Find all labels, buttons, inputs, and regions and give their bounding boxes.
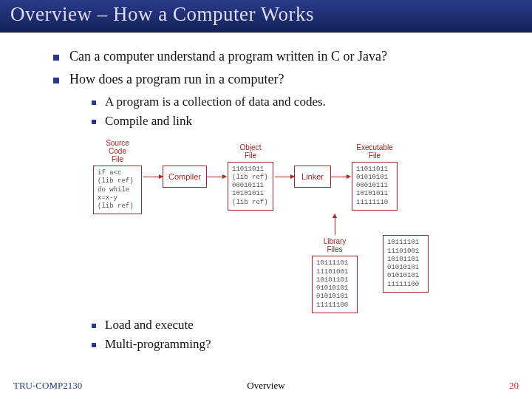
content-area: Can a computer understand a program writ… — [0, 33, 532, 352]
footer-center: Overview — [247, 380, 284, 392]
library-label: Library Files — [324, 237, 347, 253]
exec-box: 11011011 01010101 00010111 10101011 1111… — [352, 162, 398, 211]
page-title: Overview – How a Computer Works — [10, 3, 522, 26]
arrow-icon — [331, 177, 350, 177]
sub-bullet: Compile and link — [92, 114, 532, 129]
bullet-icon — [53, 78, 59, 83]
sub-bullet: Load and execute — [92, 318, 532, 332]
bullet-2: How does a program run in a computer? — [53, 72, 532, 87]
footer-left: TRU-COMP2130 — [13, 380, 82, 392]
source-col: Source Code File if a<c (lib ref) do whi… — [92, 139, 143, 214]
footer: TRU-COMP2130 Overview 20 — [0, 380, 532, 392]
source-box: if a<c (lib ref) do while x=x-y (lib ref… — [93, 166, 142, 214]
library-col-1: Library Files 10111101 11101001 10101101… — [312, 214, 358, 313]
object-label: Object File — [240, 143, 262, 160]
title-bar: Overview – How a Computer Works — [0, 0, 532, 33]
bullet-text: How does a program run in a computer? — [69, 72, 284, 87]
object-col: Object File 11011011 (lib ref) 00010111 … — [226, 143, 275, 211]
sub-bullet-text: A program is a collection of data and co… — [105, 95, 326, 109]
compiler-box: Compiler — [163, 166, 207, 188]
library-box-1: 10111101 11101001 10101101 01010101 0101… — [312, 256, 358, 313]
sub-bullets-a: A program is a collection of data and co… — [92, 95, 532, 352]
sub-bullet-text: Compile and link — [105, 114, 192, 129]
up-arrow-icon — [335, 214, 335, 235]
bullet-1: Can a computer understand a program writ… — [53, 49, 532, 64]
arrow-icon — [207, 177, 226, 177]
sub-bullet: A program is a collection of data and co… — [92, 95, 532, 109]
bullet-icon — [92, 100, 96, 105]
bullet-icon — [92, 120, 96, 124]
linker-box: Linker — [294, 166, 331, 188]
compile-link-diagram: Source Code File if a<c (lib ref) do whi… — [92, 139, 461, 313]
bullet-text: Can a computer understand a program writ… — [69, 49, 387, 64]
exec-label: Executable File — [356, 143, 392, 160]
source-label: Source Code File — [106, 139, 129, 163]
bullet-icon — [53, 55, 59, 61]
library-row: Library Files 10111101 11101001 10101101… — [92, 214, 461, 313]
sub-bullet-text: Load and execute — [105, 318, 194, 332]
bullet-icon — [92, 343, 96, 347]
sub-bullet: Multi-programming? — [92, 337, 532, 352]
exec-col: Executable File 11011011 01010101 000101… — [350, 143, 399, 211]
library-col-2: 10111101 11101001 10101101 01010101 0101… — [383, 235, 429, 313]
footer-right: 20 — [509, 380, 519, 392]
sub-bullet-text: Multi-programming? — [105, 337, 211, 352]
arrow-icon — [275, 177, 294, 177]
library-box-2: 10111101 11101001 10101101 01010101 0101… — [383, 235, 429, 293]
arrow-icon — [143, 177, 163, 177]
diagram-row: Source Code File if a<c (lib ref) do whi… — [92, 139, 461, 214]
bullet-icon — [92, 324, 96, 328]
object-box: 11011011 (lib ref) 00010111 10101011 (li… — [228, 162, 273, 211]
